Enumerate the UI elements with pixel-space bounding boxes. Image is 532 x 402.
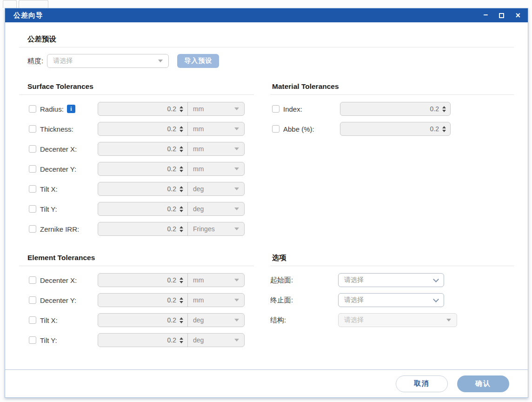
decenter-x-value: 0.2: [167, 145, 176, 153]
element-decenter-x-spinbox[interactable]: 0.2: [98, 276, 187, 284]
material-header: Material Tolerances: [272, 82, 514, 91]
element-row-decenter-x: Decenter X: 0.2 mm: [19, 273, 254, 287]
tilt-y-value-group[interactable]: 0.2 deg: [98, 202, 245, 216]
radius-label: Radius:: [40, 105, 64, 113]
surface-row-decenter-y: Decenter Y: 0.2 mm: [19, 162, 254, 176]
tilt-x-unit-dropdown[interactable]: deg: [187, 182, 244, 195]
tilt-x-label: Tilt X:: [40, 185, 58, 193]
surface-row-zernike: Zernike IRR: 0.2 Fringes: [19, 222, 254, 236]
element-tilt-y-unit: deg: [193, 336, 204, 344]
info-icon[interactable]: i: [67, 105, 75, 113]
spinner-icon[interactable]: [442, 126, 446, 132]
thickness-unit-dropdown[interactable]: mm: [187, 122, 244, 135]
confirm-button[interactable]: 确认: [457, 375, 509, 392]
maximize-icon[interactable]: [499, 11, 504, 20]
dialog-footer: 取消 确认: [5, 369, 528, 397]
zernike-unit-dropdown[interactable]: Fringes: [187, 222, 244, 235]
decenter-x-unit-dropdown[interactable]: mm: [187, 142, 244, 155]
spinner-icon[interactable]: [180, 277, 183, 283]
surface-row-radius: Radius: i 0.2 mm: [19, 102, 254, 116]
element-decenter-x-unit-dropdown[interactable]: mm: [187, 274, 244, 287]
element-tilt-y-label: Tilt Y:: [40, 336, 57, 344]
element-tilt-x-label: Tilt X:: [40, 316, 58, 324]
minimize-icon[interactable]: −: [484, 11, 488, 20]
end-surface-dropdown[interactable]: 请选择: [338, 293, 444, 307]
spinner-icon[interactable]: [442, 106, 446, 112]
abbe-spinbox[interactable]: 0.2: [340, 125, 450, 133]
element-tilt-x-spinbox[interactable]: 0.2: [98, 316, 187, 324]
spinner-icon[interactable]: [180, 317, 183, 323]
decenter-y-unit-dropdown[interactable]: mm: [187, 162, 244, 175]
element-tilt-x-checkbox[interactable]: [29, 316, 36, 324]
element-decenter-y-spinbox[interactable]: 0.2: [98, 296, 187, 304]
index-label: Index:: [283, 105, 302, 113]
preset-section: 公差预设 精度: 请选择 导入预设: [19, 34, 514, 68]
precision-dropdown[interactable]: 请选择: [47, 54, 169, 68]
decenter-y-value-group[interactable]: 0.2 mm: [98, 162, 245, 176]
decenter-y-checkbox[interactable]: [29, 165, 36, 173]
element-tilt-y-spinbox[interactable]: 0.2: [98, 336, 187, 344]
tilt-x-spinbox[interactable]: 0.2: [98, 185, 187, 193]
decenter-y-label: Decenter Y:: [40, 165, 76, 173]
tilt-y-spinbox[interactable]: 0.2: [98, 205, 187, 213]
element-decenter-y-value-group[interactable]: 0.2 mm: [98, 293, 245, 307]
zernike-value-group[interactable]: 0.2 Fringes: [98, 222, 245, 236]
index-checkbox[interactable]: [272, 105, 279, 113]
spinner-icon[interactable]: [180, 226, 183, 232]
spinner-icon[interactable]: [180, 206, 183, 212]
tilt-x-checkbox[interactable]: [29, 185, 36, 193]
surface-tolerances-section: Surface Tolerances Radius: i 0.2: [19, 82, 254, 242]
abbe-checkbox[interactable]: [272, 125, 279, 133]
zernike-spinbox[interactable]: 0.2: [98, 225, 187, 233]
spinner-icon[interactable]: [180, 146, 183, 152]
decenter-y-spinbox[interactable]: 0.2: [98, 165, 187, 173]
element-tilt-y-unit-dropdown[interactable]: deg: [187, 334, 244, 347]
cancel-button[interactable]: 取消: [396, 375, 448, 392]
tilt-x-value: 0.2: [167, 185, 176, 193]
abbe-value-group[interactable]: 0.2: [340, 122, 451, 136]
material-row-index: Index: 0.2: [270, 102, 514, 116]
end-surface-placeholder: 请选择: [344, 296, 364, 304]
element-tilt-y-value-group[interactable]: 0.2 deg: [98, 333, 245, 347]
surface-row-decenter-x: Decenter X: 0.2 mm: [19, 142, 254, 156]
decenter-x-checkbox[interactable]: [29, 145, 36, 153]
decenter-x-spinbox[interactable]: 0.2: [98, 145, 187, 153]
tilt-y-unit-dropdown[interactable]: deg: [187, 202, 244, 215]
thickness-checkbox[interactable]: [29, 125, 36, 133]
spinner-icon[interactable]: [180, 297, 183, 303]
tolerance-wizard-dialog: 公差向导 − × 公差预设 精度: 请选择 导入预设: [5, 8, 528, 398]
spinner-icon[interactable]: [180, 337, 183, 343]
zernike-unit: Fringes: [193, 225, 215, 233]
close-icon[interactable]: ×: [515, 11, 520, 20]
element-decenter-y-unit-dropdown[interactable]: mm: [187, 294, 244, 307]
spinner-icon[interactable]: [180, 106, 183, 112]
configuration-dropdown[interactable]: 请选择: [338, 313, 457, 327]
tilt-x-value-group[interactable]: 0.2 deg: [98, 182, 245, 196]
index-value-group[interactable]: 0.2: [340, 102, 451, 116]
thickness-spinbox[interactable]: 0.2: [98, 125, 187, 133]
radius-checkbox[interactable]: [29, 105, 36, 113]
spinner-icon[interactable]: [180, 126, 183, 132]
element-tilt-x-value-group[interactable]: 0.2 deg: [98, 313, 245, 327]
element-decenter-x-value-group[interactable]: 0.2 mm: [98, 273, 245, 287]
index-spinbox[interactable]: 0.2: [340, 105, 450, 113]
element-tilt-y-checkbox[interactable]: [29, 336, 36, 344]
radius-unit-dropdown[interactable]: mm: [187, 102, 244, 115]
element-tilt-x-unit-dropdown[interactable]: deg: [187, 314, 244, 327]
radius-spinbox[interactable]: 0.2: [98, 105, 187, 113]
radius-value-group[interactable]: 0.2 mm: [98, 102, 245, 116]
material-row-abbe: Abbe (%): 0.2: [270, 122, 514, 136]
tilt-y-checkbox[interactable]: [29, 205, 36, 213]
element-tilt-x-unit: deg: [193, 316, 204, 324]
zernike-checkbox[interactable]: [29, 225, 36, 233]
thickness-value-group[interactable]: 0.2 mm: [98, 122, 245, 136]
spinner-icon[interactable]: [180, 186, 183, 192]
element-decenter-x-value: 0.2: [167, 276, 176, 284]
decenter-x-value-group[interactable]: 0.2 mm: [98, 142, 245, 156]
start-surface-dropdown[interactable]: 请选择: [338, 273, 444, 287]
element-tolerances-section: Element Tolerances Decenter X: 0.2: [19, 253, 254, 353]
spinner-icon[interactable]: [180, 166, 183, 172]
element-decenter-y-checkbox[interactable]: [29, 296, 36, 304]
element-decenter-x-checkbox[interactable]: [29, 276, 36, 284]
import-preset-button[interactable]: 导入预设: [177, 54, 219, 68]
